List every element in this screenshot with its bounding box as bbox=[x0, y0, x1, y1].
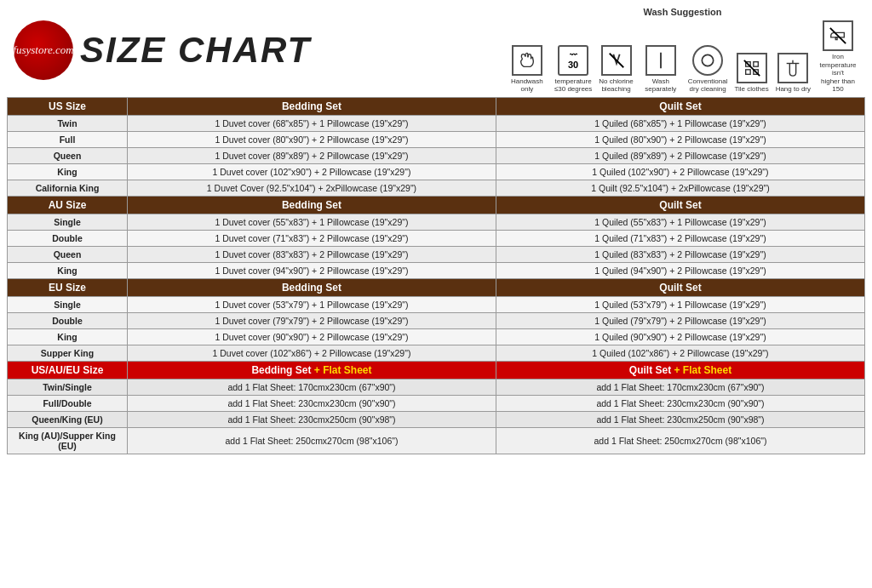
logo-text: fusystore.com bbox=[14, 44, 73, 56]
flat-quilt-cell: add 1 Flat Sheet: 170cmx230cm (67"x90") bbox=[496, 379, 864, 395]
region-quilt-header: Quilt Set bbox=[496, 97, 864, 115]
svg-rect-5 bbox=[745, 70, 750, 75]
page-wrapper: fusystore.com SIZE CHART Wash Suggestion bbox=[0, 0, 872, 588]
bedding-cell: 1 Duvet cover (89"x89") + 2 Pillowcase (… bbox=[127, 147, 496, 163]
handwash-icon-box bbox=[512, 45, 542, 76]
svg-rect-10 bbox=[835, 37, 837, 40]
header: fusystore.com SIZE CHART Wash Suggestion bbox=[0, 0, 872, 97]
table-container: US Size Bedding Set Quilt Set Twin 1 Duv… bbox=[0, 97, 872, 588]
bedding-cell: 1 Duvet cover (102"x90") + 2 Pillowcase … bbox=[127, 163, 496, 180]
quilt-cell: 1 Quiled (71"x83") + 2 Pillowcase (19"x2… bbox=[496, 230, 864, 246]
size-cell: Single bbox=[8, 296, 128, 312]
size-cell: Double bbox=[8, 230, 128, 246]
flat-quilt-header: Quilt Set + Flat Sheet bbox=[496, 361, 864, 379]
region-size-header: US Size bbox=[8, 97, 128, 115]
size-chart-table: US Size Bedding Set Quilt Set Twin 1 Duv… bbox=[7, 97, 865, 454]
flat-bedding-cell: add 1 Flat Sheet: 230cmx250cm (90"x98") bbox=[127, 411, 496, 427]
size-cell: Double bbox=[8, 312, 128, 328]
flat-size-cell: Queen/King (EU) bbox=[8, 411, 128, 427]
flat-quilt-cell: add 1 Flat Sheet: 250cmx270cm (98"x106") bbox=[496, 427, 864, 454]
svg-line-7 bbox=[743, 60, 759, 76]
wash-icon-temp: 〰 30 temperature≤30 degrees bbox=[554, 45, 592, 94]
size-cell: King bbox=[8, 163, 128, 180]
wash-section: Wash Suggestion Handwash only bbox=[507, 7, 858, 94]
region-size-header: EU Size bbox=[8, 278, 128, 296]
bedding-cell: 1 Duvet cover (79"x79") + 2 Pillowcase (… bbox=[127, 312, 496, 328]
region-bedding-header: Bedding Set bbox=[127, 97, 496, 115]
page-title: SIZE CHART bbox=[80, 30, 311, 71]
quilt-cell: 1 Quiled (79"x79") + 2 Pillowcase (19"x2… bbox=[496, 312, 864, 328]
handwash-label: Handwash only bbox=[507, 77, 548, 94]
flat-bedding-cell: add 1 Flat Sheet: 250cmx270cm (98"x106") bbox=[127, 427, 496, 454]
svg-point-2 bbox=[702, 54, 713, 66]
quilt-cell: 1 Quiled (83"x83") + 2 Pillowcase (19"x2… bbox=[496, 246, 864, 262]
wash-icon-nochlorine: No chlorinebleaching bbox=[599, 45, 633, 94]
quilt-cell: 1 Quiled (53"x79") + 1 Pillowcase (19"x2… bbox=[496, 296, 864, 312]
nochlorine-icon-box bbox=[601, 45, 632, 76]
temp-icon-box: 〰 30 bbox=[558, 45, 588, 76]
flat-quilt-cell: add 1 Flat Sheet: 230cmx230cm (90"x90") bbox=[496, 395, 864, 411]
wash-icon-handwash: Handwash only bbox=[507, 45, 548, 94]
wash-icon-hang: Hang to dry bbox=[776, 53, 811, 94]
hang-icon-box bbox=[777, 53, 808, 83]
flat-quilt-cell: add 1 Flat Sheet: 230cmx250cm (90"x98") bbox=[496, 411, 864, 427]
size-cell: Twin bbox=[8, 115, 128, 131]
size-cell: California King bbox=[8, 180, 128, 196]
tile-icon-box bbox=[737, 53, 767, 83]
size-cell: Supper King bbox=[8, 345, 128, 361]
nochlorine-label: No chlorinebleaching bbox=[599, 77, 633, 94]
bedding-cell: 1 Duvet cover (71"x83") + 2 Pillowcase (… bbox=[127, 230, 496, 246]
flat-bedding-cell: add 1 Flat Sheet: 230cmx230cm (90"x90") bbox=[127, 395, 496, 411]
wash-icon-dry: Conventionaldry cleaning bbox=[688, 45, 728, 94]
bedding-cell: 1 Duvet cover (94"x90") + 2 Pillowcase (… bbox=[127, 262, 496, 278]
size-cell: Queen bbox=[8, 147, 128, 163]
region-bedding-header: Bedding Set bbox=[127, 278, 496, 296]
bedding-cell: 1 Duvet cover (83"x83") + 2 Pillowcase (… bbox=[127, 246, 496, 262]
region-quilt-header: Quilt Set bbox=[496, 278, 864, 296]
wash-icon-iron: Iron temperature isn'thigher than 150 bbox=[818, 20, 858, 94]
size-cell: King bbox=[8, 328, 128, 345]
logo-area: fusystore.com SIZE CHART bbox=[14, 20, 311, 80]
quilt-cell: 1 Quiled (89"x89") + 2 Pillowcase (19"x2… bbox=[496, 147, 864, 163]
wash-icon-separate: Wash separately bbox=[640, 45, 681, 94]
flat-size-cell: King (AU)/Supper King (EU) bbox=[8, 427, 128, 454]
dry-label: Conventionaldry cleaning bbox=[688, 77, 728, 94]
quilt-cell: 1 Quilt (92.5"x104") + 2xPillowcase (19"… bbox=[496, 180, 864, 196]
flat-size-header: US/AU/EU Size bbox=[8, 361, 128, 379]
svg-rect-4 bbox=[753, 62, 758, 67]
quilt-cell: 1 Quiled (80"x90") + 2 Pillowcase (19"x2… bbox=[496, 131, 864, 147]
wash-icons: Handwash only 〰 30 temperature≤30 degree… bbox=[507, 20, 858, 94]
separate-label: Wash separately bbox=[640, 77, 681, 94]
quilt-cell: 1 Quiled (102"x90") + 2 Pillowcase (19"x… bbox=[496, 163, 864, 180]
flat-size-cell: Twin/Single bbox=[8, 379, 128, 395]
size-cell: Queen bbox=[8, 246, 128, 262]
wash-title: Wash Suggestion bbox=[644, 7, 722, 17]
flat-bedding-header: Bedding Set + Flat Sheet bbox=[127, 361, 496, 379]
logo-circle: fusystore.com bbox=[14, 20, 73, 80]
region-quilt-header: Quilt Set bbox=[496, 196, 864, 214]
temp-label: temperature≤30 degrees bbox=[554, 77, 592, 94]
region-size-header: AU Size bbox=[8, 196, 128, 214]
bedding-cell: 1 Duvet cover (80"x90") + 2 Pillowcase (… bbox=[127, 131, 496, 147]
wash-icon-tile: Tile clothes bbox=[734, 53, 768, 94]
size-cell: Full bbox=[8, 131, 128, 147]
bedding-cell: 1 Duvet cover (90"x90") + 2 Pillowcase (… bbox=[127, 328, 496, 345]
iron-label: Iron temperature isn'thigher than 150 bbox=[818, 53, 858, 94]
flat-bedding-cell: add 1 Flat Sheet: 170cmx230cm (67"x90") bbox=[127, 379, 496, 395]
quilt-cell: 1 Quiled (94"x90") + 2 Pillowcase (19"x2… bbox=[496, 262, 864, 278]
bedding-cell: 1 Duvet Cover (92.5"x104") + 2xPillowcas… bbox=[127, 180, 496, 196]
bedding-cell: 1 Duvet cover (102"x86") + 2 Pillowcase … bbox=[127, 345, 496, 361]
quilt-cell: 1 Quiled (55"x83") + 1 Pillowcase (19"x2… bbox=[496, 214, 864, 230]
flat-size-cell: Full/Double bbox=[8, 395, 128, 411]
iron-icon-box bbox=[823, 20, 853, 51]
size-cell: Single bbox=[8, 214, 128, 230]
size-cell: King bbox=[8, 262, 128, 278]
bedding-cell: 1 Duvet cover (53"x79") + 1 Pillowcase (… bbox=[127, 296, 496, 312]
quilt-cell: 1 Quiled (90"x90") + 2 Pillowcase (19"x2… bbox=[496, 328, 864, 345]
svg-line-11 bbox=[830, 28, 846, 43]
quilt-cell: 1 Quiled (102"x86") + 2 Pillowcase (19"x… bbox=[496, 345, 864, 361]
separate-icon-box bbox=[645, 45, 676, 76]
bedding-cell: 1 Duvet cover (55"x83") + 1 Pillowcase (… bbox=[127, 214, 496, 230]
bedding-cell: 1 Duvet cover (68"x85") + 1 Pillowcase (… bbox=[127, 115, 496, 131]
quilt-cell: 1 Quiled (68"x85") + 1 Pillowcase (19"x2… bbox=[496, 115, 864, 131]
